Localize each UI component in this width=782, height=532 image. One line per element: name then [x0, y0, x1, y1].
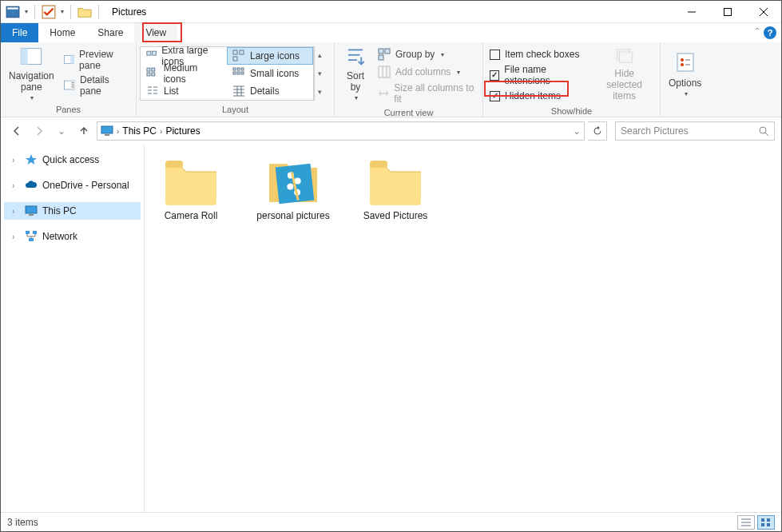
svg-rect-54 — [619, 52, 632, 62]
chevron-down-icon: ▾ — [457, 69, 460, 76]
layout-scroll[interactable]: ▴▾▾ — [314, 46, 325, 101]
folder-item[interactable]: personal pictures — [255, 159, 331, 221]
svg-rect-64 — [26, 206, 37, 213]
layout-medium-icons[interactable]: Medium icons — [141, 65, 227, 82]
recent-locations-button[interactable]: ⌄ — [52, 121, 71, 141]
layout-large-icons[interactable]: Large icons — [227, 47, 313, 65]
refresh-button[interactable] — [588, 121, 607, 141]
navigation-tree: › Quick access › OneDrive - Personal › T… — [1, 145, 145, 512]
collapse-ribbon-icon[interactable]: ˆ — [756, 27, 759, 38]
size-all-label: Size all columns to fit — [394, 82, 474, 105]
star-icon — [25, 153, 38, 166]
qat-dropdown-icon[interactable]: ▾ — [61, 8, 64, 15]
file-tab[interactable]: File — [1, 23, 38, 42]
svg-point-62 — [760, 127, 766, 133]
expand-icon[interactable]: › — [12, 207, 20, 216]
svg-rect-16 — [147, 51, 151, 55]
checkbox-icon — [490, 70, 499, 81]
svg-rect-17 — [153, 51, 157, 55]
sort-by-button[interactable]: Sort by ▾ — [338, 44, 373, 103]
group-by-button[interactable]: Group by▾ — [373, 46, 479, 63]
chevron-down-icon: ▾ — [685, 90, 688, 97]
layout-grid: Extra large icons Large icons Medium ico… — [140, 46, 314, 101]
tab-share[interactable]: Share — [86, 23, 134, 42]
main: › Quick access › OneDrive - Personal › T… — [1, 145, 781, 512]
layout-label: Small icons — [250, 68, 299, 79]
svg-rect-60 — [101, 126, 113, 133]
group-label-show-hide: Show/hide — [486, 105, 657, 118]
folder-item[interactable]: Saved Pictures — [357, 159, 434, 221]
svg-rect-18 — [233, 50, 237, 54]
file-name-extensions-toggle[interactable]: File name extensions — [486, 63, 592, 87]
network-icon — [25, 230, 38, 243]
group-by-label: Group by — [395, 49, 435, 60]
qat-icon-check[interactable] — [42, 5, 56, 19]
tree-item-onedrive[interactable]: › OneDrive - Personal — [4, 177, 141, 194]
close-button[interactable] — [745, 1, 781, 23]
window-title: Pictures — [112, 6, 146, 18]
maximize-button[interactable] — [709, 1, 745, 23]
search-input[interactable]: Search Pictures — [615, 121, 775, 141]
details-pane-label: Details pane — [80, 74, 128, 97]
checkbox-icon — [490, 50, 500, 60]
layout-list[interactable]: List — [141, 82, 227, 100]
details-pane-button[interactable]: Details pane — [59, 73, 133, 98]
svg-point-56 — [681, 58, 684, 62]
svg-rect-77 — [761, 518, 764, 522]
expand-icon[interactable]: › — [12, 232, 20, 241]
window-controls — [673, 1, 781, 22]
svg-rect-4 — [724, 9, 731, 16]
search-icon — [759, 126, 769, 137]
content-area[interactable]: Camera Roll personal pictures Sa — [145, 145, 781, 512]
item-label: Camera Roll — [165, 210, 218, 221]
navigation-pane-label: Navigation pane — [9, 70, 54, 93]
hidden-items-toggle[interactable]: Hidden items — [486, 87, 592, 105]
tree-label: Quick access — [42, 154, 99, 165]
svg-rect-48 — [379, 55, 383, 60]
quick-access-toolbar: ▾ ▾ Pictures — [1, 5, 146, 19]
address-dropdown-icon[interactable]: ⌄ — [573, 125, 581, 137]
qat-dropdown-icon[interactable]: ▾ — [25, 8, 28, 15]
svg-rect-19 — [240, 50, 244, 54]
breadcrumb-segment[interactable]: This PC — [122, 125, 157, 137]
view-icons-toggle[interactable] — [757, 515, 775, 530]
options-button[interactable]: Options ▾ — [664, 44, 706, 103]
tab-home[interactable]: Home — [38, 23, 86, 42]
tree-item-this-pc[interactable]: › This PC — [4, 202, 141, 220]
svg-rect-25 — [233, 68, 236, 70]
chevron-right-icon[interactable]: › — [117, 127, 119, 136]
folder-icon — [367, 159, 424, 205]
group-label-layout: Layout — [140, 103, 331, 117]
chevron-right-icon[interactable]: › — [160, 127, 162, 136]
breadcrumb-segment[interactable]: Pictures — [165, 125, 200, 137]
item-label: Saved Pictures — [363, 210, 428, 221]
qat-icon-properties[interactable] — [6, 5, 20, 19]
tree-item-network[interactable]: › Network — [4, 228, 141, 245]
folder-item[interactable]: Camera Roll — [153, 159, 229, 221]
navigation-pane-button[interactable]: Navigation pane ▾ — [4, 44, 59, 103]
svg-rect-79 — [761, 523, 764, 526]
svg-rect-55 — [677, 54, 693, 71]
back-button[interactable] — [7, 121, 26, 141]
layout-small-icons[interactable]: Small icons — [227, 65, 313, 82]
tree-item-quick-access[interactable]: › Quick access — [4, 151, 141, 169]
expand-icon[interactable]: › — [12, 156, 20, 165]
layout-label: List — [164, 85, 179, 97]
minimize-button[interactable] — [673, 1, 709, 23]
layout-details[interactable]: Details — [227, 82, 313, 100]
view-details-toggle[interactable] — [737, 515, 755, 530]
hide-selected-label: Hide selected items — [597, 68, 652, 101]
svg-rect-10 — [70, 56, 74, 64]
layout-label: Medium icons — [164, 62, 221, 85]
expand-icon[interactable]: › — [12, 181, 20, 190]
item-check-boxes-label: Item check boxes — [505, 49, 579, 60]
help-icon[interactable]: ? — [764, 26, 776, 39]
up-button[interactable] — [74, 121, 93, 141]
status-item-count: 3 items — [7, 517, 38, 528]
preview-pane-button[interactable]: Preview pane — [59, 47, 133, 73]
svg-point-58 — [681, 63, 684, 66]
tab-view[interactable]: View — [134, 23, 177, 42]
forward-button[interactable] — [30, 121, 49, 141]
address-bar[interactable]: › This PC › Pictures ⌄ — [97, 121, 585, 141]
item-check-boxes-toggle[interactable]: Item check boxes — [486, 46, 592, 63]
